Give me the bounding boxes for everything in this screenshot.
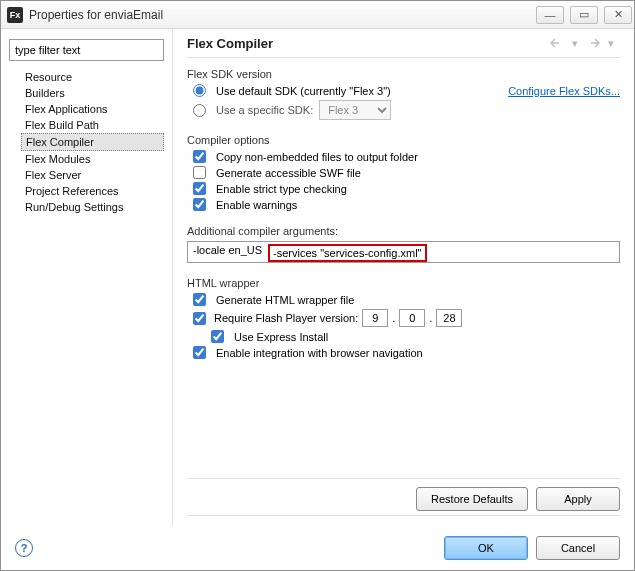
accessible-swf-label: Generate accessible SWF file xyxy=(216,167,361,179)
express-install-label: Use Express Install xyxy=(234,331,328,343)
require-version-label: Require Flash Player version: xyxy=(214,312,358,324)
properties-dialog: Fx Properties for enviaEmail — ▭ ✕ Resou… xyxy=(0,0,635,571)
sidebar-item-flex-server[interactable]: Flex Server xyxy=(21,167,164,183)
warnings-checkbox[interactable] xyxy=(193,198,206,211)
sdk-group: Flex SDK version Use default SDK (curren… xyxy=(187,68,620,120)
strict-type-checkbox[interactable] xyxy=(193,182,206,195)
close-button[interactable]: ✕ xyxy=(604,6,632,24)
sdk-specific-radio[interactable] xyxy=(193,104,206,117)
restore-defaults-button[interactable]: Restore Defaults xyxy=(416,487,528,511)
html-wrapper-title: HTML wrapper xyxy=(187,277,620,289)
accessible-swf-checkbox[interactable] xyxy=(193,166,206,179)
apply-button[interactable]: Apply xyxy=(536,487,620,511)
sidebar-item-builders[interactable]: Builders xyxy=(21,85,164,101)
sidebar: ResourceBuildersFlex ApplicationsFlex Bu… xyxy=(1,29,173,526)
sidebar-item-project-references[interactable]: Project References xyxy=(21,183,164,199)
app-icon: Fx xyxy=(7,7,23,23)
version-minor-input[interactable] xyxy=(399,309,425,327)
content-pane: Flex Compiler ▾ ▾ Flex SDK version Use d… xyxy=(173,29,634,526)
copy-files-label: Copy non-embedded files to output folder xyxy=(216,151,418,163)
nav-dropdown-icon[interactable]: ▾ xyxy=(602,35,620,51)
sdk-specific-label: Use a specific SDK: xyxy=(216,104,313,116)
html-wrapper-group: HTML wrapper Generate HTML wrapper file … xyxy=(187,277,620,359)
copy-files-checkbox[interactable] xyxy=(193,150,206,163)
window-controls: — ▭ ✕ xyxy=(536,6,632,24)
dialog-footer: ? OK Cancel xyxy=(1,526,634,570)
maximize-button[interactable]: ▭ xyxy=(570,6,598,24)
browser-nav-label: Enable integration with browser navigati… xyxy=(216,347,423,359)
browser-nav-checkbox[interactable] xyxy=(193,346,206,359)
sdk-select[interactable]: Flex 3 xyxy=(319,100,391,120)
sdk-default-label: Use default SDK (currently "Flex 3") xyxy=(216,85,391,97)
titlebar: Fx Properties for enviaEmail — ▭ ✕ xyxy=(1,1,634,29)
require-version-checkbox[interactable] xyxy=(193,312,206,325)
generate-wrapper-checkbox[interactable] xyxy=(193,293,206,306)
page-button-bar: Restore Defaults Apply xyxy=(187,478,620,516)
category-tree: ResourceBuildersFlex ApplicationsFlex Bu… xyxy=(9,69,164,215)
sidebar-item-flex-build-path[interactable]: Flex Build Path xyxy=(21,117,164,133)
dot-label: . xyxy=(392,312,395,324)
generate-wrapper-label: Generate HTML wrapper file xyxy=(216,294,354,306)
window-title: Properties for enviaEmail xyxy=(29,8,536,22)
page-title: Flex Compiler xyxy=(187,36,548,51)
sidebar-item-flex-applications[interactable]: Flex Applications xyxy=(21,101,164,117)
express-install-checkbox[interactable] xyxy=(211,330,224,343)
sidebar-item-flex-modules[interactable]: Flex Modules xyxy=(21,151,164,167)
configure-sdks-link[interactable]: Configure Flex SDKs... xyxy=(508,85,620,97)
arguments-input[interactable] xyxy=(187,241,620,263)
compiler-options-group: Compiler options Copy non-embedded files… xyxy=(187,134,620,211)
dot-label: . xyxy=(429,312,432,324)
sidebar-item-resource[interactable]: Resource xyxy=(21,69,164,85)
arguments-group: Additional compiler arguments: -locale e… xyxy=(187,225,620,263)
help-icon[interactable]: ? xyxy=(15,539,33,557)
arguments-label: Additional compiler arguments: xyxy=(187,225,620,237)
version-rev-input[interactable] xyxy=(436,309,462,327)
strict-type-label: Enable strict type checking xyxy=(216,183,347,195)
nav-back-button[interactable] xyxy=(548,35,566,51)
cancel-button[interactable]: Cancel xyxy=(536,536,620,560)
minimize-button[interactable]: — xyxy=(536,6,564,24)
sidebar-item-flex-compiler[interactable]: Flex Compiler xyxy=(21,133,164,151)
warnings-label: Enable warnings xyxy=(216,199,297,211)
sidebar-item-run-debug-settings[interactable]: Run/Debug Settings xyxy=(21,199,164,215)
ok-button[interactable]: OK xyxy=(444,536,528,560)
content-header: Flex Compiler ▾ ▾ xyxy=(187,35,620,58)
version-major-input[interactable] xyxy=(362,309,388,327)
filter-input[interactable] xyxy=(9,39,164,61)
nav-forward-button[interactable] xyxy=(584,35,602,51)
compiler-options-title: Compiler options xyxy=(187,134,620,146)
nav-dropdown-icon[interactable]: ▾ xyxy=(566,35,584,51)
sdk-group-title: Flex SDK version xyxy=(187,68,620,80)
sdk-default-radio[interactable] xyxy=(193,84,206,97)
